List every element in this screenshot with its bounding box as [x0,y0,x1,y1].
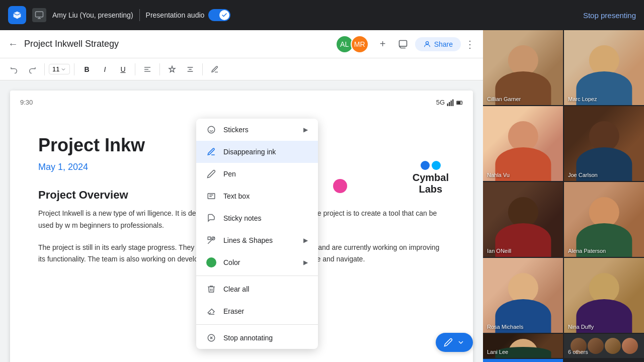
stickers-arrow: ▶ [303,126,308,133]
toolbar-divider-3 [135,63,135,75]
align-left-button[interactable] [139,61,155,77]
svg-rect-8 [451,100,452,106]
you-tile[interactable]: You [483,359,563,362]
color-arrow: ▶ [303,259,308,266]
lines-shapes-icon [206,235,216,245]
menu-divider-1 [196,276,318,276]
annotate-fab[interactable] [436,333,473,352]
stickers-label: Stickers [223,126,249,134]
back-button[interactable]: ← [8,38,18,50]
undo-button[interactable] [6,61,22,77]
others-tile[interactable]: 6 others [564,334,644,358]
redo-button[interactable] [24,61,40,77]
participant-name-nahla: Nahla Vu [487,172,510,178]
svg-point-12 [208,126,215,133]
bold-button[interactable]: B [78,61,95,77]
add-button[interactable]: + [375,36,391,52]
text-box-label: Text box [223,192,250,200]
stickers-icon [206,125,216,135]
menu-item-lines-shapes[interactable]: Lines & Shapes ▶ [196,229,318,251]
menu-item-color[interactable]: Color ▶ [196,251,318,274]
slide-header: ← Project Inkwell Strategy AL MR + Share… [0,30,483,58]
participant-tile-marc[interactable]: Marc Lopez [564,30,644,105]
stop-annotating-icon [206,333,216,343]
slide-title-area: Project Inkwell Strategy [24,39,119,49]
font-size-value: 11 [52,65,59,73]
menu-item-eraser[interactable]: Eraser [196,300,318,322]
comment-button[interactable] [395,36,411,52]
top-bar: Amy Liu (You, presenting) Presentation a… [0,0,644,30]
others-avatar-3 [605,338,621,354]
menu-item-disappearing-ink[interactable]: Disappearing ink [196,141,318,163]
toolbar-divider-4 [159,63,160,75]
text-format-button[interactable] [182,61,198,77]
participant-tile-cillian[interactable]: Cillian Garner [483,30,563,105]
header-actions: + Share ⋮ [375,36,475,52]
sticky-notes-icon [206,213,216,223]
italic-button[interactable]: I [97,61,113,77]
participant-tile-nina[interactable]: Nina Duffy [564,258,644,333]
menu-item-sticky-notes[interactable]: Sticky notes [196,207,318,229]
cymbal-name: Cymbal [413,172,449,184]
presenter-label: Amy Liu (You, presenting) [52,11,133,19]
highlight-button[interactable] [164,61,180,77]
cymbal-sub: Labs [419,184,443,195]
stop-annotating-label: Stop annotating [223,334,273,342]
slide-signal: 5G [436,99,463,106]
participant-tile-nahla[interactable]: Nahla Vu [483,106,563,181]
annotation-menu: Stickers ▶ Disappearing ink Pen Text bo [196,119,318,349]
menu-item-text-box[interactable]: Text box [196,185,318,207]
pen-tool-button[interactable] [207,61,223,77]
font-size-selector[interactable]: 11 [49,64,70,74]
others-avatar-4 [622,338,638,354]
disappearing-ink-label: Disappearing ink [223,148,276,156]
disappearing-ink-icon [206,147,216,157]
participant-name-rosa: Rosa Michaels [487,324,523,330]
participant-tile-rosa[interactable]: Rosa Michaels [483,258,563,333]
others-avatar-2 [588,338,604,354]
text-box-icon [206,191,216,201]
slides-area: ← Project Inkwell Strategy AL MR + Share… [0,30,483,362]
format-toolbar: 11 B I U [0,58,483,80]
participant-tile-lani[interactable]: Lani Lee [483,334,563,358]
participant-name-lani: Lani Lee [487,349,508,355]
participant-name-ian: Ian ONeill [487,248,511,254]
participant-name-nina: Nina Duffy [568,324,594,330]
participant-tile-joe[interactable]: Joe Carlson [564,106,644,181]
monitor-icon [32,8,46,22]
share-label: Share [434,40,453,48]
toggle-switch[interactable] [208,9,230,21]
svg-rect-9 [452,99,453,106]
participant-tile-alena[interactable]: Alena Paterson [564,182,644,257]
slide-avatars: AL MR [338,35,369,53]
participant-name-joe: Joe Carlson [568,172,598,178]
svg-rect-0 [36,12,43,17]
share-button[interactable]: Share [415,37,461,51]
more-button[interactable]: ⋮ [465,38,475,50]
eraser-icon [206,306,216,316]
toolbar-divider-5 [202,63,203,75]
main-area: ← Project Inkwell Strategy AL MR + Share… [0,30,644,362]
menu-item-stop-annotating[interactable]: Stop annotating [196,327,318,349]
menu-item-pen[interactable]: Pen [196,163,318,185]
svg-rect-7 [449,102,450,106]
pen-icon [206,169,216,179]
audio-label: Presentation audio [146,11,205,19]
color-dot [206,257,216,267]
svg-point-2 [426,41,428,44]
svg-rect-11 [457,101,460,104]
menu-item-clear-all[interactable]: Clear all [196,278,318,300]
topbar-divider [139,9,140,21]
participant-name-alena: Alena Paterson [568,248,606,254]
avatar-marc: MR [351,35,369,53]
menu-item-stickers[interactable]: Stickers ▶ [196,119,318,141]
stop-presenting-button[interactable]: Stop presenting [583,11,636,20]
underline-button[interactable]: U [115,61,131,77]
slide-time: 9:30 [20,99,33,106]
pen-label: Pen [223,170,236,178]
presentation-audio-toggle[interactable]: Presentation audio [146,9,231,21]
color-label: Color [223,258,240,266]
participant-tile-ian[interactable]: Ian ONeill [483,182,563,257]
others-count: 6 others [568,349,588,355]
cymbal-logo: Cymbal Labs [413,161,449,195]
